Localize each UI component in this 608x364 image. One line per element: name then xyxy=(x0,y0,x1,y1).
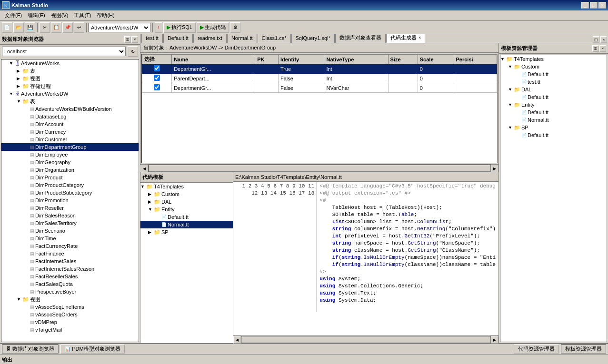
new-btn[interactable]: 📄 xyxy=(2,22,12,33)
open-btn[interactable]: 📂 xyxy=(13,22,24,33)
db-tree-item[interactable]: ▤vAssocSeqOrders xyxy=(1,311,139,318)
right-panel-close-btn[interactable]: × xyxy=(599,45,606,52)
tab-test-tt[interactable]: test.tt xyxy=(141,34,163,43)
close-btn[interactable]: × xyxy=(598,2,606,9)
scroll-left-btn[interactable]: ◀ xyxy=(140,165,148,172)
tab-sqlquery[interactable]: SqlQuery1.sql* xyxy=(291,34,335,43)
table-row[interactable]: DepartmentGr... True Int 0 xyxy=(142,64,497,74)
table-row[interactable]: ParentDepart... False Int 0 xyxy=(142,74,497,83)
db-tree-item[interactable]: ▶📁表 xyxy=(1,67,139,75)
paste-btn[interactable]: 📌 xyxy=(62,22,73,33)
menu-file[interactable]: 文件(F) xyxy=(2,11,25,20)
db-tree-item[interactable]: ▼🗄AdventureWorksDW xyxy=(1,90,139,98)
db-tree-item[interactable]: ▶📁视图 xyxy=(1,75,139,82)
tabs-close-btn[interactable]: × xyxy=(600,36,607,43)
bottom-tab-pdm[interactable]: 📊 PDM模型对象浏览器 xyxy=(60,344,125,354)
maximize-btn[interactable]: □ xyxy=(590,2,598,9)
tab-code-gen[interactable]: 代码生成器 × xyxy=(386,34,425,43)
data-grid[interactable]: 选择 Name PK Identify NativeType Size Scal… xyxy=(141,54,498,163)
db-tree-item[interactable]: ▤DimDepartmentGroup xyxy=(1,143,139,151)
right-tree-item[interactable]: 📄test.tt xyxy=(500,78,607,86)
db-tree-item[interactable]: ▤vDMPrep xyxy=(1,318,139,326)
code-editor[interactable]: 1 2 3 4 5 6 7 8 9 10 11 12 13 14 15 16 1… xyxy=(233,182,498,335)
grid-hscroll[interactable]: ◀ ▶ xyxy=(140,164,498,172)
db-tree-item[interactable]: ▤DimProductCategory xyxy=(1,181,139,189)
code-hscroll[interactable]: ◀ ▶ xyxy=(233,335,498,343)
db-tree-item[interactable]: ▤DimOrganization xyxy=(1,166,139,174)
tab-class1[interactable]: Class1.cs* xyxy=(258,34,291,43)
db-tree-item[interactable]: ▤FactResellerSales xyxy=(1,273,139,280)
bottom-tab-template-res[interactable]: 模板资源管理器 xyxy=(561,344,606,354)
template-tree-item[interactable]: 📄Default.tt xyxy=(140,213,233,221)
db-tree-item[interactable]: ▤FactCurrencyRate xyxy=(1,242,139,250)
save-btn[interactable]: 💾 xyxy=(25,22,35,33)
template-tree[interactable]: ▼📁T4Templates▶📁Custom▶📁DAL▼📁Entity📄Defau… xyxy=(140,183,233,343)
undo-btn[interactable]: ↩ xyxy=(74,22,84,33)
right-tree-item[interactable]: 📄Default.tt xyxy=(500,70,607,78)
extra-btn[interactable]: ⚙ xyxy=(230,22,240,33)
db-panel-float-btn[interactable]: ◫ xyxy=(124,36,131,43)
db-selector[interactable]: AdventureWorksDW xyxy=(89,23,150,32)
table-row[interactable]: DepartmentGr... False NVarChar 0 xyxy=(142,83,497,93)
template-tree-item[interactable]: ▶📁Custom xyxy=(140,190,233,198)
right-tree-item[interactable]: ▼📁Custom xyxy=(500,63,607,70)
code-scroll-left[interactable]: ◀ xyxy=(233,336,241,344)
tab-db-viewer[interactable]: 数据库对象查看器 xyxy=(335,34,386,43)
template-tree-item[interactable]: 📄Normal.tt xyxy=(140,221,233,228)
code-scroll-track[interactable] xyxy=(241,336,491,343)
db-tree-item[interactable]: ▤DimReseller xyxy=(1,204,139,212)
generate-code-btn[interactable]: ▶ 生成代码 xyxy=(197,22,229,33)
template-tree-item[interactable]: ▶📁DAL xyxy=(140,198,233,206)
db-tree-item[interactable]: ▤DimCurrency xyxy=(1,128,139,136)
db-tree-item[interactable]: ▼📁表 xyxy=(1,98,139,105)
db-tree-item[interactable]: ▤DimPromotion xyxy=(1,197,139,204)
db-tree[interactable]: ▼🗄AdventureWorks▶📁表▶📁视图▶📁存储过程▼🗄Adventure… xyxy=(1,59,139,342)
right-tree-item[interactable]: 📄Default.tt xyxy=(500,108,607,116)
bottom-tab-code-res[interactable]: 代码资源管理器 xyxy=(514,344,559,354)
tab-close-icon[interactable]: × xyxy=(419,35,421,40)
db-tree-item[interactable]: ▼🗄AdventureWorks xyxy=(1,59,139,67)
db-tree-item[interactable]: ▤vAssocSeqLineItems xyxy=(1,303,139,311)
db-tree-item[interactable]: ▤DimProductSubcategory xyxy=(1,189,139,197)
right-tree-item[interactable]: ▼📁Entity xyxy=(500,101,607,108)
scroll-right-btn[interactable]: ▶ xyxy=(491,165,498,172)
right-tree-item[interactable]: 📄Default.tt xyxy=(500,93,607,101)
db-tree-item[interactable]: ▤DimGeography xyxy=(1,158,139,166)
db-tree-item[interactable]: ▤vTargetMail xyxy=(1,326,139,334)
db-tree-item[interactable]: ▤DimProduct xyxy=(1,174,139,181)
db-tree-item[interactable]: ▤FactInternetSalesReason xyxy=(1,265,139,273)
db-tree-item[interactable]: ▤DimScenario xyxy=(1,227,139,235)
db-tree-item[interactable]: ▤DimCustomer xyxy=(1,136,139,143)
db-tree-item[interactable]: ▼📁视图 xyxy=(1,295,139,303)
right-tree[interactable]: ▼📁T4Templates▼📁Custom📄Default.tt📄test.tt… xyxy=(500,55,607,342)
menu-edit[interactable]: 编辑(E) xyxy=(25,11,48,20)
menu-view[interactable]: 视图(V) xyxy=(48,11,71,20)
db-panel-close-btn[interactable]: × xyxy=(131,36,138,43)
db-tree-item[interactable]: ▤DimEmployee xyxy=(1,151,139,158)
db-tree-item[interactable]: ▤FactSalesQuota xyxy=(1,280,139,288)
right-tree-item[interactable]: ▼📁SP xyxy=(500,124,607,131)
right-tree-item[interactable]: ▼📁T4Templates xyxy=(500,55,607,63)
scroll-track[interactable] xyxy=(148,165,491,172)
db-tree-item[interactable]: ▤ProspectiveBuyer xyxy=(1,288,139,295)
tab-default-tt[interactable]: Default.tt xyxy=(163,34,193,43)
db-tree-item[interactable]: ▤DimSalesReason xyxy=(1,212,139,219)
db-tree-item[interactable]: ▶📁存储过程 xyxy=(1,82,139,90)
right-tree-item[interactable]: 📄Default.tt xyxy=(500,131,607,139)
tab-readme[interactable]: readme.txt xyxy=(193,34,227,43)
db-refresh-btn[interactable]: ↻ xyxy=(128,46,138,57)
template-tree-item[interactable]: ▶📁SP xyxy=(140,228,233,236)
execute-sql-btn[interactable]: ▶ 执行SQL xyxy=(163,22,196,33)
right-tree-item[interactable]: ▼📁DAL xyxy=(500,86,607,93)
minimize-btn[interactable]: _ xyxy=(581,2,589,9)
template-tree-item[interactable]: ▼📁T4Templates xyxy=(140,183,233,190)
copy-btn[interactable]: 📋 xyxy=(51,22,61,33)
db-combo[interactable]: Localhost xyxy=(2,47,126,56)
db-tree-item[interactable]: ▤FactFinance xyxy=(1,250,139,257)
tabs-float-btn[interactable]: ◫ xyxy=(593,36,599,43)
db-tree-item[interactable]: ▤DimSalesTerritory xyxy=(1,219,139,227)
menu-tools[interactable]: 工具(T) xyxy=(71,11,94,20)
bottom-tab-db-browser[interactable]: 🗄 数据库对象浏览器 xyxy=(2,344,59,354)
code-scroll-right[interactable]: ▶ xyxy=(491,336,498,344)
db-tree-item[interactable]: ▤AdventureWorksDWBuildVersion xyxy=(1,105,139,113)
